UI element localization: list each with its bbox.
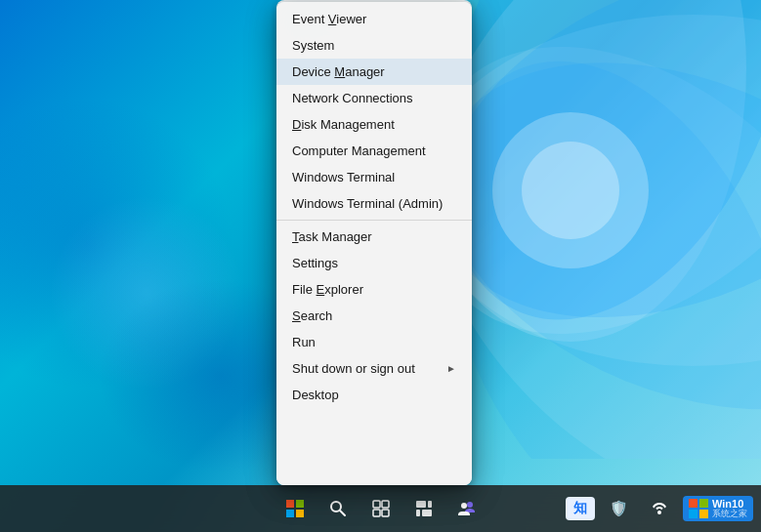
taskbar: 知 🛡️ Win10 系统之家	[0, 485, 761, 532]
svg-rect-10	[286, 500, 294, 508]
svg-rect-16	[373, 501, 380, 508]
menu-item-file-explorer[interactable]: File Explorer	[276, 276, 472, 303]
taskbar-center-icons	[277, 491, 485, 526]
search-button[interactable]	[320, 491, 356, 526]
svg-rect-22	[416, 510, 420, 516]
menu-item-windows-terminal[interactable]: Windows Terminal	[276, 164, 472, 190]
menu-item-windows-terminal-admin[interactable]: Windows Terminal (Admin)	[276, 190, 472, 217]
menu-item-shut-down[interactable]: Shut down or sign out ►	[276, 355, 472, 382]
menu-item-task-manager[interactable]: Task Manager	[276, 224, 472, 250]
network-icon[interactable]	[642, 491, 677, 526]
menu-item-device-manager[interactable]: Device Manager	[276, 59, 472, 85]
svg-point-9	[522, 142, 619, 239]
widgets-button[interactable]	[406, 491, 442, 526]
svg-rect-20	[416, 501, 426, 508]
teams-button[interactable]	[449, 491, 485, 526]
svg-rect-28	[689, 510, 698, 518]
menu-item-computer-management[interactable]: Computer Management	[276, 138, 472, 164]
menu-item-search[interactable]: Search	[276, 303, 472, 329]
security-icon[interactable]: 🛡️	[601, 491, 636, 526]
win10-logo[interactable]: Win10 系统之家	[683, 496, 753, 521]
menu-item-desktop[interactable]: Desktop	[276, 382, 472, 408]
svg-rect-27	[699, 499, 708, 508]
svg-rect-18	[373, 510, 380, 516]
svg-rect-21	[428, 501, 432, 508]
svg-rect-19	[382, 510, 389, 516]
task-view-button[interactable]	[363, 491, 399, 526]
menu-item-network-connections[interactable]: Network Connections	[276, 85, 472, 111]
menu-item-run[interactable]: Run	[276, 329, 472, 355]
taskbar-right: 知 🛡️ Win10 系统之家	[566, 491, 753, 526]
svg-rect-23	[422, 510, 432, 516]
svg-rect-26	[689, 499, 698, 508]
start-button[interactable]	[277, 491, 313, 526]
svg-rect-12	[286, 510, 294, 517]
svg-line-15	[340, 511, 345, 515]
submenu-arrow: ►	[446, 363, 456, 374]
menu-item-settings[interactable]: Settings	[276, 250, 472, 276]
win10-sublabel: 系统之家	[712, 510, 747, 519]
menu-item-system[interactable]: System	[276, 32, 472, 59]
context-menu-win: Event Viewer System Device Manager Netwo…	[276, 2, 472, 485]
menu-item-event-viewer[interactable]: Event Viewer	[276, 6, 472, 32]
menu-separator-1	[276, 220, 472, 221]
menu-item-disk-management[interactable]: Disk Management	[276, 111, 472, 138]
svg-rect-13	[296, 510, 304, 517]
svg-rect-11	[296, 500, 304, 508]
svg-point-25	[657, 511, 661, 514]
svg-point-24	[467, 502, 473, 508]
svg-rect-17	[382, 501, 389, 508]
svg-rect-29	[699, 510, 708, 518]
zhihu-icon[interactable]: 知	[566, 497, 595, 520]
